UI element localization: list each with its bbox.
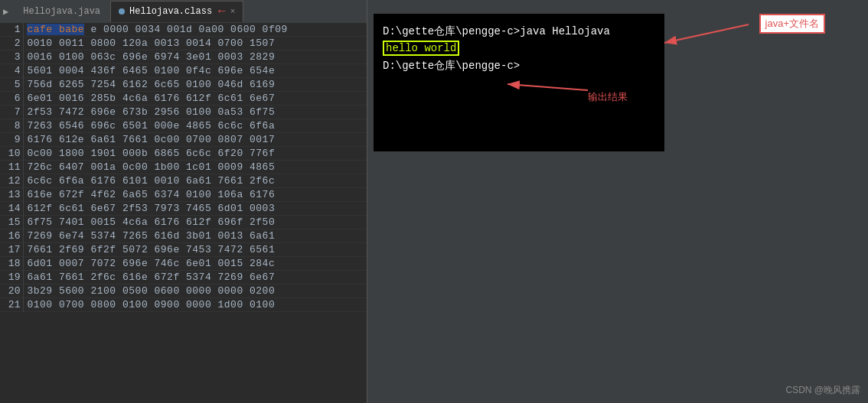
hello-world-output: hello world — [383, 41, 459, 56]
table-row: 177661 2f69 6f2f 5072 696e 7453 7472 656… — [0, 243, 367, 257]
terminal-line3: D:\gette仓库\pengge-c> — [383, 57, 655, 74]
right-panel: D:\gette仓库\pengge-c>java Hellojava hello… — [367, 0, 868, 403]
table-row: 167269 6e74 5374 7265 616d 3b01 0013 6a6… — [0, 229, 367, 243]
line-number: 4 — [0, 64, 24, 78]
table-row: 203b29 5600 2100 0500 0600 0000 0000 020… — [0, 284, 367, 298]
hex-data: 0100 0700 0800 0100 0900 0000 1d00 0100 — [24, 298, 367, 312]
hex-data: 3b29 5600 2100 0500 0600 0000 0000 0200 — [24, 284, 367, 298]
run-button[interactable]: ▶ — [3, 6, 8, 18]
table-row: 66e01 0016 285b 4c6a 6176 612f 6c61 6e67 — [0, 92, 367, 106]
table-row: 30016 0100 063c 696e 6974 3e01 0003 2829 — [0, 50, 367, 64]
line-number: 10 — [0, 147, 24, 161]
hex-table: 1cafe babe e 0000 0034 001d 0a00 0600 0f… — [0, 23, 367, 312]
hex-data: 7263 6546 696c 6501 000e 4865 6c6c 6f6a — [24, 119, 367, 133]
line-number: 5 — [0, 78, 24, 92]
line-number: 15 — [0, 216, 24, 229]
table-row: 5756d 6265 7254 6162 6c65 0100 046d 6169 — [0, 78, 367, 92]
table-row: 186d01 0007 7072 696e 746c 6e01 0015 284… — [0, 257, 367, 271]
table-row: 14612f 6c61 6e67 2f53 7973 7465 6d01 000… — [0, 202, 367, 216]
table-row: 196a61 7661 2f6c 616e 672f 5374 7269 6e6… — [0, 271, 367, 284]
hex-data: cafe babe e 0000 0034 001d 0a00 0600 0f0… — [24, 23, 367, 37]
table-row: 13616e 672f 4f62 6a65 6374 0100 106a 617… — [0, 188, 367, 202]
table-row: 20010 0011 0800 120a 0013 0014 0700 1507 — [0, 37, 367, 50]
hex-data: 6176 612e 6a61 7661 0c00 0700 0807 0017 — [24, 133, 367, 147]
terminal-line1: D:\gette仓库\pengge-c>java Hellojava — [383, 23, 655, 40]
hex-content-area: 1cafe babe e 0000 0034 001d 0a00 0600 0f… — [0, 23, 367, 403]
table-row: 1cafe babe e 0000 0034 001d 0a00 0600 0f… — [0, 23, 367, 37]
hex-data: 5601 0004 436f 6465 0100 0f4c 696e 654e — [24, 64, 367, 78]
line-number: 9 — [0, 133, 24, 147]
hex-data: 6f75 7401 0015 4c6a 6176 612f 696f 2f50 — [24, 216, 367, 229]
line-number: 17 — [0, 243, 24, 257]
terminal-command: D:\gette仓库\pengge-c>java Hellojava — [383, 25, 610, 37]
hex-data: 0010 0011 0800 120a 0013 0014 0700 1507 — [24, 37, 367, 50]
line-number: 19 — [0, 271, 24, 284]
line-number: 8 — [0, 119, 24, 133]
hex-data: 6a61 7661 2f6c 616e 672f 5374 7269 6e67 — [24, 271, 367, 284]
line-number: 20 — [0, 284, 24, 298]
hex-data: 6c6c 6f6a 6176 6101 0010 6a61 7661 2f6c — [24, 174, 367, 188]
tab-modified-dot — [119, 8, 125, 15]
table-row: 45601 0004 436f 6465 0100 0f4c 696e 654e — [0, 64, 367, 78]
table-row: 156f75 7401 0015 4c6a 6176 612f 696f 2f5… — [0, 216, 367, 229]
terminal-line2: hello world — [383, 40, 655, 57]
table-row: 11726c 6407 001a 0c00 1b00 1c01 0009 486… — [0, 161, 367, 174]
hex-data: 7269 6e74 5374 7265 616d 3b01 0013 6a61 — [24, 229, 367, 243]
line-number: 1 — [0, 23, 24, 37]
terminal-window: D:\gette仓库\pengge-c>java Hellojava hello… — [374, 14, 664, 151]
hex-data: 6e01 0016 285b 4c6a 6176 612f 6c61 6e67 — [24, 92, 367, 106]
hex-editor-panel: ▶ Hellojava.java Hellojava.class ← × 1ca… — [0, 0, 367, 403]
tab-class[interactable]: Hellojava.class ← × — [110, 1, 243, 22]
watermark: CSDN @晚风携露 — [785, 384, 860, 397]
tab-java[interactable]: Hellojava.java — [15, 1, 109, 22]
line-number: 13 — [0, 188, 24, 202]
line-number: 3 — [0, 50, 24, 64]
tab-arrow-icon: ← — [218, 5, 226, 18]
hex-data: 0c00 1800 1901 000b 6865 6c6c 6f20 776f — [24, 147, 367, 161]
hex-data: 6d01 0007 7072 696e 746c 6e01 0015 284c — [24, 257, 367, 271]
line-number: 14 — [0, 202, 24, 216]
line-number: 6 — [0, 92, 24, 106]
hex-data: 7661 2f69 6f2f 5072 696e 7453 7472 6561 — [24, 243, 367, 257]
table-row: 87263 6546 696c 6501 000e 4865 6c6c 6f6a — [0, 119, 367, 133]
tab-java-label: Hellojava.java — [23, 6, 100, 17]
line-number: 2 — [0, 37, 24, 50]
tab-bar: ▶ Hellojava.java Hellojava.class ← × — [0, 0, 367, 23]
line-number: 11 — [0, 161, 24, 174]
svg-line-2 — [664, 24, 749, 43]
java-label-text: java+文件名 — [765, 18, 819, 29]
hex-data: 2f53 7472 696e 673b 2956 0100 0a53 6f75 — [24, 106, 367, 119]
java-filename-annotation: java+文件名 — [759, 14, 825, 34]
line-number: 7 — [0, 106, 24, 119]
terminal-prompt: D:\gette仓库\pengge-c> — [383, 60, 520, 72]
hex-data: 0016 0100 063c 696e 6974 3e01 0003 2829 — [24, 50, 367, 64]
hex-magic-bytes: cafe babe — [27, 24, 84, 35]
table-row: 100c00 1800 1901 000b 6865 6c6c 6f20 776… — [0, 147, 367, 161]
table-row: 210100 0700 0800 0100 0900 0000 1d00 010… — [0, 298, 367, 312]
tab-close-button[interactable]: × — [230, 7, 236, 16]
hex-data: 612f 6c61 6e67 2f53 7973 7465 6d01 0003 — [24, 202, 367, 216]
table-row: 126c6c 6f6a 6176 6101 0010 6a61 7661 2f6… — [0, 174, 367, 188]
line-number: 21 — [0, 298, 24, 312]
line-number: 12 — [0, 174, 24, 188]
table-row: 96176 612e 6a61 7661 0c00 0700 0807 0017 — [0, 133, 367, 147]
hex-data: 616e 672f 4f62 6a65 6374 0100 106a 6176 — [24, 188, 367, 202]
hex-data: 726c 6407 001a 0c00 1b00 1c01 0009 4865 — [24, 161, 367, 174]
hex-data: 756d 6265 7254 6162 6c65 0100 046d 6169 — [24, 78, 367, 92]
table-row: 72f53 7472 696e 673b 2956 0100 0a53 6f75 — [0, 106, 367, 119]
line-number: 18 — [0, 257, 24, 271]
tab-class-label: Hellojava.class — [129, 6, 212, 17]
line-number: 16 — [0, 229, 24, 243]
